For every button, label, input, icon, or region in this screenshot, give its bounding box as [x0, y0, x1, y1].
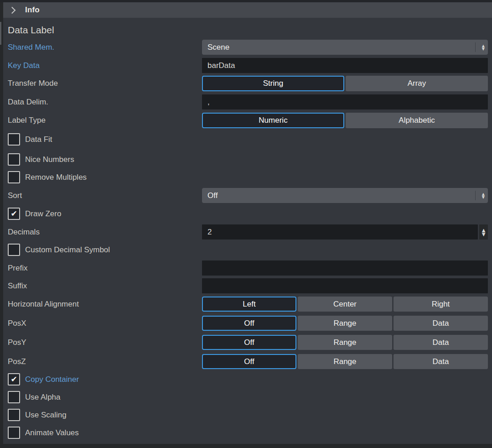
horizontal-alignment-option-center[interactable]: Center: [298, 297, 392, 312]
copy-container-label[interactable]: Copy Container: [25, 375, 79, 384]
dropdown-divider: [475, 42, 476, 52]
checkbox-row-data-fit: Data Fit: [8, 133, 492, 146]
nice-numbers-checkbox[interactable]: [8, 153, 20, 166]
checkbox-row-remove-multiples: Remove Multiples: [8, 171, 492, 183]
pos-x-option-off[interactable]: Off: [202, 316, 296, 331]
field-row-horizontal-alignment: Horizontal Alignment Left Center Right: [8, 297, 492, 312]
data-fit-label[interactable]: Data Fit: [25, 135, 52, 144]
prefix-label: Prefix: [8, 260, 202, 276]
suffix-label: Suffix: [8, 278, 202, 293]
dropdown-divider: [475, 191, 476, 200]
data-delim-label: Data Delim.: [8, 94, 202, 109]
decimals-label: Decimals: [8, 224, 202, 240]
use-alpha-checkbox[interactable]: [8, 391, 20, 403]
pos-y-option-range[interactable]: Range: [298, 335, 392, 350]
field-row-label-type: Label Type Numeric Alphabetic: [8, 113, 492, 128]
data-fit-checkbox[interactable]: [8, 133, 20, 146]
field-row-pos-z: PosZ Off Range Data: [8, 354, 492, 369]
chevron-right-icon[interactable]: [9, 6, 16, 14]
left-scrollbar-thumb[interactable]: [0, 22, 1, 45]
checkbox-row-use-alpha: Use Alpha: [8, 391, 492, 403]
spinner-down-icon[interactable]: ▼: [482, 232, 486, 236]
pos-y-option-data[interactable]: Data: [394, 335, 488, 350]
checkbox-row-use-scaling: Use Scaling: [8, 409, 492, 421]
dropdown-updown-icon: ▲▼: [482, 44, 485, 51]
checkbox-row-custom-decimal-symbol: Custom Decimal Symbol: [8, 244, 492, 256]
sort-value: Off: [207, 191, 218, 200]
shared-mem-label: Shared Mem.: [8, 40, 202, 55]
animate-values-label[interactable]: Animate Values: [25, 428, 79, 438]
field-row-transfer-mode: Transfer Mode String Array: [8, 76, 492, 91]
pos-z-label: PosZ: [8, 354, 202, 369]
shared-mem-value: Scene: [207, 43, 229, 52]
pos-y-label: PosY: [8, 335, 202, 350]
label-type-option-numeric[interactable]: Numeric: [202, 113, 344, 128]
decimals-spinner[interactable]: ▲ ▼: [479, 224, 488, 240]
use-alpha-label[interactable]: Use Alpha: [25, 393, 61, 402]
pos-y-option-off[interactable]: Off: [202, 335, 296, 350]
field-row-decimals: Decimals ▲ ▼: [8, 224, 492, 240]
field-row-suffix: Suffix: [8, 278, 492, 293]
data-delim-input[interactable]: [202, 94, 488, 109]
remove-multiples-label[interactable]: Remove Multiples: [25, 173, 87, 182]
field-row-data-delim: Data Delim.: [8, 94, 492, 109]
checkmark-icon: ✔: [10, 208, 17, 219]
draw-zero-label[interactable]: Draw Zero: [25, 209, 61, 219]
properties-panel: Info Data Label Shared Mem. Scene ▲▼ Key…: [0, 0, 492, 448]
bottom-divider: [0, 444, 492, 448]
label-type-option-alphabetic[interactable]: Alphabetic: [346, 113, 488, 128]
info-header-title: Info: [25, 5, 40, 15]
pos-z-option-data[interactable]: Data: [394, 354, 488, 369]
decimals-input[interactable]: [202, 224, 478, 240]
checkmark-icon: ✔: [10, 374, 17, 385]
key-data-label: Key Data: [8, 58, 202, 73]
checkbox-row-nice-numbers: Nice Numbers: [8, 153, 492, 166]
horizontal-alignment-label: Horizontal Alignment: [8, 297, 202, 312]
field-row-prefix: Prefix: [8, 260, 492, 276]
field-row-shared-mem: Shared Mem. Scene ▲▼: [8, 40, 492, 55]
property-list: Data Label Shared Mem. Scene ▲▼ Key Data: [3, 18, 492, 439]
copy-container-checkbox[interactable]: ✔: [8, 373, 20, 385]
use-scaling-label[interactable]: Use Scaling: [25, 411, 67, 420]
dropdown-updown-icon: ▲▼: [482, 193, 485, 199]
nice-numbers-label[interactable]: Nice Numbers: [25, 155, 74, 164]
draw-zero-checkbox[interactable]: ✔: [8, 208, 20, 220]
field-row-pos-y: PosY Off Range Data: [8, 335, 492, 350]
horizontal-alignment-option-left[interactable]: Left: [202, 297, 296, 312]
pos-x-option-data[interactable]: Data: [394, 316, 488, 331]
checkbox-row-draw-zero: ✔ Draw Zero: [8, 208, 492, 220]
use-scaling-checkbox[interactable]: [8, 409, 20, 421]
transfer-mode-option-array[interactable]: Array: [346, 76, 488, 91]
pos-z-option-off[interactable]: Off: [202, 354, 296, 369]
animate-values-checkbox[interactable]: [8, 427, 20, 439]
field-row-key-data: Key Data: [8, 58, 492, 73]
pos-x-option-range[interactable]: Range: [298, 316, 392, 331]
custom-decimal-symbol-checkbox[interactable]: [8, 244, 20, 256]
info-header[interactable]: Info: [3, 2, 492, 18]
pos-z-option-range[interactable]: Range: [298, 354, 392, 369]
left-scrollbar-rail[interactable]: [0, 2, 3, 448]
horizontal-alignment-option-right[interactable]: Right: [394, 297, 488, 312]
transfer-mode-option-string[interactable]: String: [202, 76, 344, 91]
field-row-sort: Sort Off ▲▼: [8, 188, 492, 203]
key-data-input[interactable]: [202, 58, 488, 73]
section-title: Data Label: [8, 24, 492, 36]
checkbox-row-animate-values: Animate Values: [8, 427, 492, 439]
transfer-mode-label: Transfer Mode: [8, 76, 202, 91]
remove-multiples-checkbox[interactable]: [8, 171, 20, 183]
checkbox-row-copy-container: ✔ Copy Container: [8, 373, 492, 385]
custom-decimal-symbol-label[interactable]: Custom Decimal Symbol: [25, 245, 110, 255]
pos-x-label: PosX: [8, 316, 202, 331]
shared-mem-dropdown[interactable]: Scene ▲▼: [202, 40, 488, 55]
prefix-input[interactable]: [202, 260, 488, 276]
label-type-label: Label Type: [8, 113, 202, 128]
field-row-pos-x: PosX Off Range Data: [8, 316, 492, 331]
sort-label: Sort: [8, 188, 202, 203]
suffix-input[interactable]: [202, 278, 488, 293]
sort-dropdown[interactable]: Off ▲▼: [202, 188, 488, 203]
